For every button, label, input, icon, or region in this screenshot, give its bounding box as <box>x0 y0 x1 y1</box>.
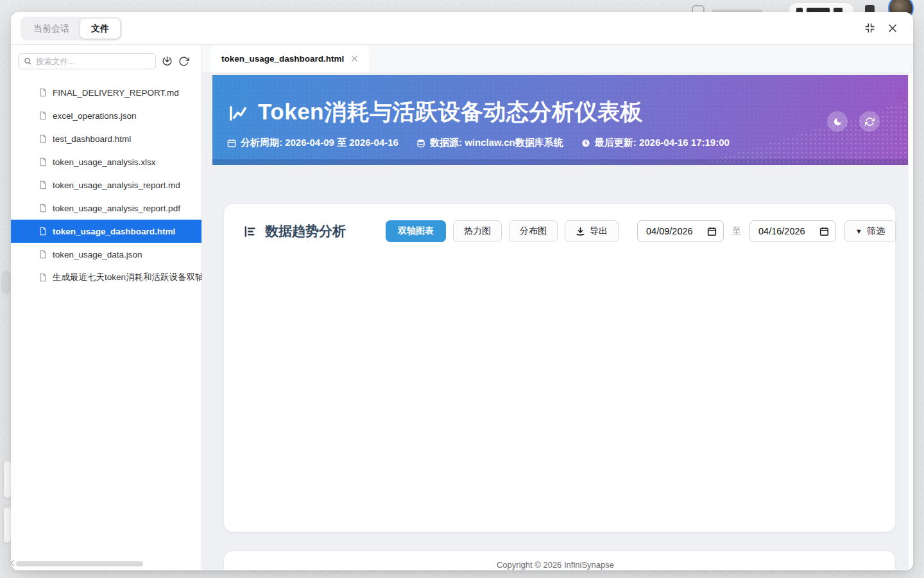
download-icon[interactable] <box>162 56 173 67</box>
file-name: excel_operations.json <box>53 111 137 121</box>
dark-mode-button[interactable] <box>827 111 848 132</box>
horizontal-scrollbar[interactable] <box>16 561 143 566</box>
trend-analysis-card: 数据趋势分析 双轴图表热力图分布图 导出 04/09/202 <box>224 204 895 532</box>
dashboard-preview: Token消耗与活跃设备动态分析仪表板 分析周期: 2026-04-09 至 2… <box>202 73 913 570</box>
banner-wave-decoration <box>212 159 908 165</box>
background-card-edge <box>4 507 11 543</box>
file-item[interactable]: token_usage_analysis.xlsx <box>11 150 201 173</box>
calendar-icon <box>707 227 717 236</box>
banner-meta-item: 最后更新: 2026-04-16 17:19:00 <box>581 137 730 149</box>
refresh-icon[interactable] <box>178 56 189 67</box>
preview-scrollbar-track <box>909 73 913 570</box>
file-panel: FINAL_DELIVERY_REPORT.mdexcel_operations… <box>11 45 202 570</box>
calendar-icon <box>227 139 236 148</box>
file-preview-modal: 当前会话 文件 <box>11 12 913 570</box>
file-name: FINAL_DELIVERY_REPORT.md <box>53 88 179 98</box>
banner-meta-item: 分析周期: 2026-04-09 至 2026-04-16 <box>227 137 398 149</box>
tab-close-icon[interactable] <box>351 55 358 62</box>
file-icon <box>38 250 47 259</box>
calendar-icon <box>819 227 829 236</box>
file-icon <box>38 227 47 236</box>
preview-tab-strip: token_usage_dashboard.html <box>202 45 913 73</box>
file-name: 生成最近七天token消耗和活跃设备双轴 <box>53 272 201 283</box>
modal-header: 当前会话 文件 <box>11 12 913 45</box>
file-icon <box>38 111 47 120</box>
file-name: token_usage_analysis_report.md <box>53 180 180 190</box>
file-name: test_dashboard.html <box>53 134 131 144</box>
banner-meta: 分析周期: 2026-04-09 至 2026-04-16数据源: wincla… <box>227 137 730 149</box>
file-icon <box>38 180 47 189</box>
chart-type-button[interactable]: 分布图 <box>509 220 558 242</box>
chart-line-icon <box>227 101 248 123</box>
chart-type-button[interactable]: 双轴图表 <box>386 220 446 242</box>
banner-meta-item: 数据源: winclaw.cn数据库系统 <box>416 137 563 149</box>
file-icon <box>38 273 47 282</box>
file-item[interactable]: token_usage_analysis_report.md <box>11 173 201 197</box>
filter-icon: ▼ <box>855 228 862 235</box>
close-icon[interactable] <box>887 23 898 33</box>
file-icon <box>38 157 47 166</box>
file-item[interactable]: 生成最近七天token消耗和活跃设备双轴 <box>11 266 201 289</box>
export-download-icon <box>576 227 585 236</box>
file-item[interactable]: test_dashboard.html <box>11 127 201 150</box>
background-drag-handle <box>1 271 11 294</box>
preview-tab[interactable]: token_usage_dashboard.html <box>210 45 369 73</box>
file-name: token_usage_analysis_report.pdf <box>53 204 180 213</box>
filter-button[interactable]: ▼ 筛选 <box>844 220 896 242</box>
file-name: token_usage_data.json <box>53 250 142 259</box>
chart-canvas-area <box>224 242 895 512</box>
date-to-input[interactable]: 04/16/2026 <box>749 220 836 242</box>
search-icon <box>24 57 32 66</box>
bar-chart-icon <box>243 225 257 238</box>
banner-meta-text: 分析周期: 2026-04-09 至 2026-04-16 <box>241 137 398 149</box>
chart-type-button[interactable]: 热力图 <box>453 220 502 242</box>
database-icon <box>416 139 425 148</box>
refresh-icon <box>865 117 875 127</box>
clock-icon <box>581 139 590 148</box>
file-name: token_usage_dashboard.html <box>53 227 175 236</box>
preview-tab-label: token_usage_dashboard.html <box>221 54 344 64</box>
banner-dot-decoration <box>696 101 908 165</box>
file-icon <box>38 204 47 213</box>
banner-meta-text: 最后更新: 2026-04-16 17:19:00 <box>595 137 730 149</box>
copyright-text: Copyright © 2026 InfiniSynapse <box>202 560 909 570</box>
date-from-input[interactable]: 04/09/2026 <box>637 220 724 242</box>
file-icon <box>38 134 47 143</box>
search-box <box>18 53 156 69</box>
file-item[interactable]: token_usage_analysis_report.pdf <box>11 197 201 220</box>
file-name: token_usage_analysis.xlsx <box>53 157 156 167</box>
file-item[interactable]: excel_operations.json <box>11 104 201 127</box>
dashboard-title: Token消耗与活跃设备动态分析仪表板 <box>258 97 643 127</box>
file-item[interactable]: token_usage_data.json <box>11 243 201 266</box>
banner-meta-text: 数据源: winclaw.cn数据库系统 <box>430 137 563 149</box>
compress-icon[interactable] <box>864 22 875 33</box>
preview-area: token_usage_dashboard.html Token消耗与活跃 <box>202 45 913 570</box>
tab-current-session[interactable]: 当前会话 <box>22 19 80 39</box>
background-card-edge <box>4 461 11 498</box>
dashboard-banner: Token消耗与活跃设备动态分析仪表板 分析周期: 2026-04-09 至 2… <box>212 75 908 165</box>
chart-type-buttons: 双轴图表热力图分布图 <box>386 220 558 242</box>
file-item[interactable]: FINAL_DELIVERY_REPORT.md <box>11 81 201 104</box>
refresh-data-button[interactable] <box>859 111 880 132</box>
panel-tabs: 当前会话 文件 <box>21 17 122 40</box>
moon-icon <box>833 117 843 127</box>
section-title: 数据趋势分析 <box>265 222 346 240</box>
search-input[interactable] <box>36 57 150 66</box>
tab-files[interactable]: 文件 <box>80 19 120 39</box>
file-list: FINAL_DELIVERY_REPORT.mdexcel_operations… <box>11 81 201 289</box>
file-item[interactable]: token_usage_dashboard.html <box>11 220 201 243</box>
export-button[interactable]: 导出 <box>565 220 619 242</box>
file-icon <box>38 88 47 97</box>
range-separator: 至 <box>731 225 742 237</box>
